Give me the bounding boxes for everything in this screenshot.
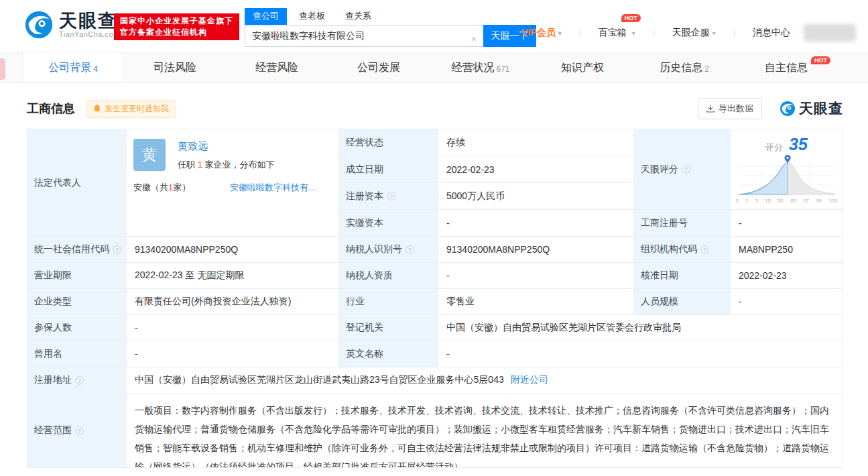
help-icon[interactable] (682, 165, 690, 174)
label-text: 人员规模 (641, 296, 678, 308)
tab-judicial-risk[interactable]: 司法风险 (124, 53, 226, 82)
scope-text: 一般项目：数字内容制作服务（不含出版发行）；技术服务、技术开发、技术咨询、技术交… (135, 405, 829, 468)
tab-label: 自主信息 (765, 61, 808, 75)
label-text: 组织机构代码 (641, 243, 697, 255)
field-label-english-name: 英文名称 (339, 341, 438, 367)
tick: 50 (778, 198, 784, 204)
legal-rep-name-link[interactable]: 黄致远 (178, 140, 274, 153)
search-tabs: 查公司 查老板 查关系 (245, 9, 536, 25)
help-icon[interactable] (75, 426, 84, 435)
export-data-button[interactable]: 导出数据 (698, 98, 762, 119)
label-text: 英文名称 (346, 348, 383, 360)
label-text: 成立日期 (346, 164, 383, 176)
field-label-established-date: 成立日期 (339, 156, 438, 183)
tab-operating-risk[interactable]: 经营风险 (226, 53, 328, 82)
label-text: 企业类型 (34, 296, 72, 308)
legal-rep-tenure: 任职 1 家企业，分布如下 (178, 159, 274, 171)
label-text: 法定代表人 (34, 177, 81, 189)
field-value-industry: 零售业 (438, 289, 634, 315)
brand-text: 天眼查 TianYanCha.com (59, 11, 120, 38)
value-text: - (446, 218, 450, 229)
legal-rep-region: 安徽（共1家） (133, 182, 230, 194)
tab-history-info[interactable]: 历史信息2 (633, 53, 735, 82)
value-text: 中国（安徽）自由贸易试验区芜湖片区管委会行政审批局 (446, 322, 681, 334)
floating-widget-handle[interactable] (0, 58, 5, 80)
field-label-operating-status: 经营状态 (339, 129, 438, 156)
menu-enterprise-label: 天眼企服 (672, 27, 710, 38)
hot-badge: HOT (811, 56, 830, 64)
label-text: 统一社会信用代码 (34, 243, 109, 255)
tab-self-published-info[interactable]: 自主信息 HOT (735, 53, 837, 82)
label-text: 营业期限 (34, 270, 72, 282)
legal-rep-company-link[interactable]: 安徽啦啦数字科技有... (230, 182, 316, 194)
help-icon[interactable] (406, 245, 414, 254)
field-value-business-term: 2022-02-23 至 无固定期限 (127, 263, 339, 289)
field-label-industry: 行业 (339, 289, 438, 315)
user-account-blurred[interactable] (804, 24, 856, 42)
field-label-business-term: 营业期限 (27, 263, 127, 289)
field-label-approval-date: 核准日期 (634, 263, 731, 289)
download-icon (706, 105, 715, 113)
help-icon[interactable] (113, 245, 121, 254)
field-value-staff-size: - (731, 289, 843, 315)
hot-badge: HOT (621, 14, 641, 22)
search-tab-boss[interactable]: 查老板 (291, 8, 333, 25)
tianyancha-logo-icon (780, 101, 796, 117)
address-text: 中国（安徽）自由贸易试验区芜湖片区龙山街道武夷山路23号自贸区企业服务中心5层0… (135, 374, 504, 386)
field-label-former-name: 曾用名 (27, 341, 127, 367)
help-icon[interactable] (700, 245, 709, 254)
help-icon[interactable] (75, 376, 84, 385)
field-label-registry-authority: 登记机关 (339, 315, 438, 341)
company-nav-tabs: 公司背景4 司法风险 经营风险 公司发展 经营状况671 知识产权 历史信息2 … (0, 52, 868, 83)
tick: 3 (755, 198, 758, 204)
search-tab-company[interactable]: 查公司 (245, 8, 287, 25)
legal-representative-card: 黄 黄致远 任职 1 家企业，分布如下 安徽（共1家） 安徽啦啦数字科技有... (127, 129, 339, 237)
field-label-org-code: 组织机构代码 (634, 237, 731, 263)
menu-vip[interactable]: VIP会员 (521, 27, 562, 39)
tab-intellectual-property[interactable]: 知识产权 (532, 53, 633, 82)
field-label-registered-address: 注册地址 (27, 367, 127, 394)
tab-label: 公司发展 (357, 61, 400, 75)
clear-icon[interactable]: × (467, 29, 481, 48)
field-label-registration-number: 工商注册号 (634, 210, 731, 237)
tab-company-development[interactable]: 公司发展 (328, 53, 430, 82)
value-text: - (739, 296, 742, 307)
tianyan-score-chart[interactable]: 评分 35 0131550859799100 (731, 129, 843, 210)
tab-count: 4 (93, 62, 98, 74)
label-text: 注册资本 (346, 190, 383, 202)
menu-divider: | (733, 28, 735, 38)
value-text: 有限责任公司(外商投资企业法人独资) (135, 296, 291, 308)
field-label-tianyan-score: 天眼评分 (634, 129, 731, 210)
help-icon[interactable] (387, 192, 395, 200)
export-button-label: 导出数据 (719, 103, 753, 115)
field-value-approval-date: 2022-02-23 (731, 263, 843, 289)
avatar[interactable]: 黄 (133, 139, 166, 171)
value-text: 91340200MA8NPP250Q (135, 244, 238, 255)
menu-messages-label: 消息中心 (753, 27, 790, 38)
search-input[interactable] (245, 25, 483, 47)
menu-message-center[interactable]: 消息中心 (753, 27, 790, 39)
tab-label: 经营状况 (451, 61, 494, 75)
menu-enterprise-service[interactable]: 天眼企服 (672, 27, 716, 39)
field-label-taxpayer-id: 纳税人识别号 (339, 237, 438, 263)
tick: 15 (765, 198, 771, 204)
field-label-legal-representative: 法定代表人 (27, 129, 127, 237)
label-text: 参保人数 (34, 322, 72, 334)
label-text: 实缴资本 (346, 217, 383, 229)
field-label-company-type: 企业类型 (27, 289, 127, 315)
tab-company-background[interactable]: 公司背景4 (22, 53, 124, 82)
field-label-insured-count: 参保人数 (27, 315, 127, 341)
label-text: 曾用名 (34, 348, 62, 360)
search-tab-relation[interactable]: 查关系 (337, 8, 379, 25)
notify-on-change-button[interactable]: 发生变更时通知我 (86, 100, 176, 118)
menu-vip-label: VIP会员 (521, 27, 556, 38)
tab-operating-status[interactable]: 经营状况671 (430, 53, 532, 82)
menu-treasure-box[interactable]: HOT 百宝箱 (599, 27, 635, 39)
nearby-companies-link[interactable]: 附近公司 (511, 374, 548, 386)
label-text: 经营状态 (346, 137, 383, 149)
tianyancha-logo[interactable]: 天眼查 TianYanCha.com (24, 10, 120, 40)
field-value-credit-code: 91340200MA8NPP250Q (127, 237, 339, 263)
certification-line2: 官方备案企业征信机构 (120, 27, 233, 38)
tab-label: 历史信息 (660, 61, 702, 75)
field-value-paid-in-capital: - (438, 210, 634, 237)
